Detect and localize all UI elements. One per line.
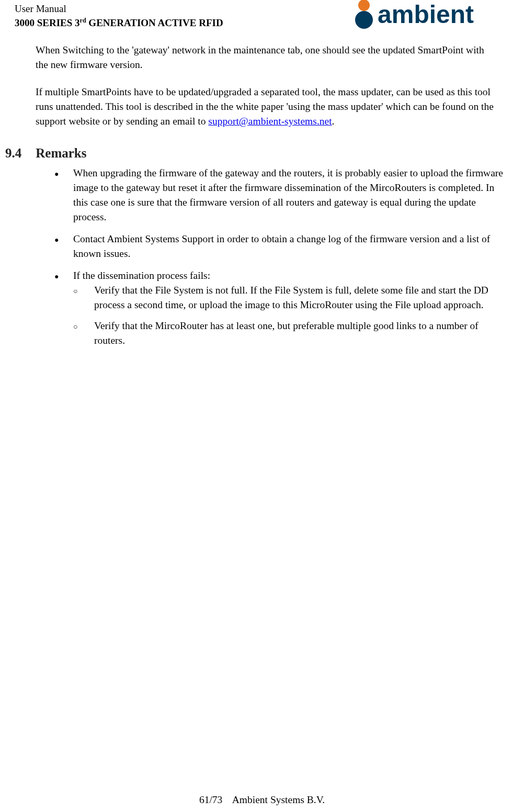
header-line2-suffix: GENERATION ACTIVE RFID [86,17,223,28]
header-line2-prefix: 3000 SERIES 3 [15,17,80,28]
bullet-item: When upgrading the firmware of the gatew… [54,166,511,224]
p2-text-b: . [332,116,335,127]
header-line2-sup: rd [80,17,86,24]
header-line-2: 3000 SERIES 3rd GENERATION ACTIVE RFID [15,15,223,29]
logo-text: ambient [378,1,474,28]
bullet-item: Contact Ambient Systems Support in order… [54,232,511,261]
page-footer: 61/73 Ambient Systems B.V. [0,794,524,806]
bullet-text: If the dissemination process fails: [73,270,210,281]
sub-bullet-item: Verify that the File System is not full.… [73,283,511,312]
ambient-logo: ambient [352,0,509,33]
page-number: 61/73 [199,794,222,805]
sub-bullet-text: Verify that the File System is not full.… [94,285,488,310]
sub-bullet-item: Verify that the MircoRouter has at least… [73,319,511,348]
bullet-text: When upgrading the firmware of the gatew… [73,167,503,222]
remarks-list: When upgrading the firmware of the gatew… [54,166,511,355]
bullet-text: Contact Ambient Systems Support in order… [73,233,490,259]
page-header: User Manual 3000 SERIES 3rd GENERATION A… [15,3,509,35]
body-text: When Switching to the 'gateway' network … [36,43,495,141]
section-title: Remarks [36,146,86,160]
footer-company: Ambient Systems B.V. [232,794,325,805]
header-title-block: User Manual 3000 SERIES 3rd GENERATION A… [15,3,223,29]
section-heading: 9.4 Remarks [5,146,86,161]
svg-point-0 [358,0,370,11]
bullet-item: If the dissemination process fails: Veri… [54,268,511,348]
section-number: 9.4 [5,146,32,161]
sub-bullet-list: Verify that the File System is not full.… [73,283,511,348]
sub-bullet-text: Verify that the MircoRouter has at least… [94,320,479,346]
page: User Manual 3000 SERIES 3rd GENERATION A… [0,0,524,812]
svg-point-1 [355,11,373,29]
header-line-1: User Manual [15,3,223,15]
support-email-link[interactable]: support@ambient-systems.net [208,116,332,127]
paragraph-1: When Switching to the 'gateway' network … [36,43,495,72]
paragraph-2: If multiple SmartPoints have to be updat… [36,85,495,129]
